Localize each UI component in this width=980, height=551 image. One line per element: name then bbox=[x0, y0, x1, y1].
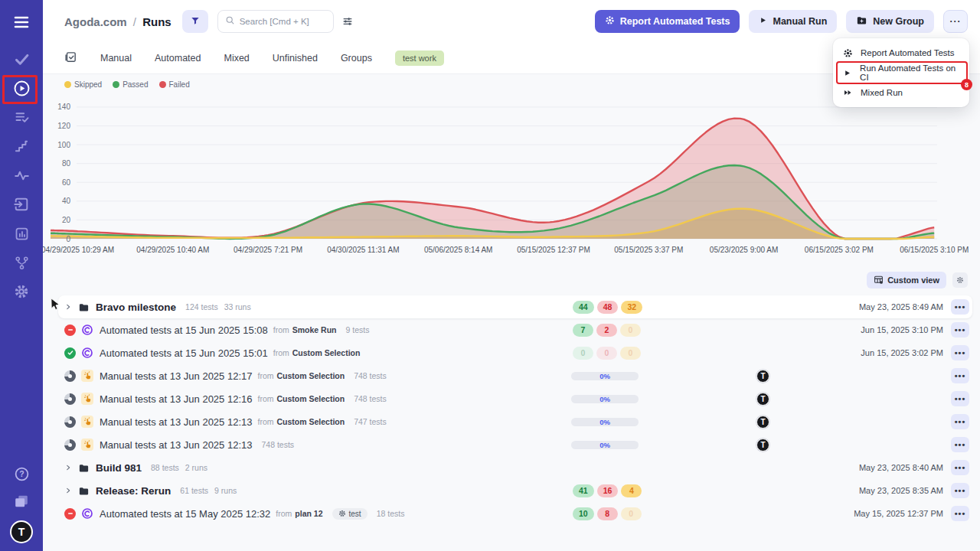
search-box[interactable] bbox=[217, 10, 334, 33]
legend-item-passed[interactable]: Passed bbox=[113, 80, 148, 89]
tab-automated[interactable]: Automated bbox=[155, 53, 201, 64]
run-row[interactable]: Automated tests at 15 Jun 2025 15:01from… bbox=[43, 341, 980, 364]
run-row[interactable]: Automated tests at 15 May 2025 12:32from… bbox=[43, 502, 980, 525]
sidebar-item-docs[interactable] bbox=[13, 493, 30, 513]
row-actions-button[interactable]: ••• bbox=[951, 345, 969, 360]
custom-view-button[interactable]: Custom view bbox=[867, 272, 946, 289]
row-actions-button[interactable]: ••• bbox=[951, 299, 969, 315]
menu-item-report-automated-tests[interactable]: Report Automated Tests bbox=[833, 43, 969, 63]
assignee-avatar[interactable]: T bbox=[756, 416, 769, 429]
sidebar-item-runs[interactable] bbox=[0, 75, 43, 104]
expand-chevron-icon[interactable] bbox=[64, 487, 72, 494]
breadcrumb-project[interactable]: Agoda.com bbox=[64, 15, 127, 28]
tab-manual[interactable]: Manual bbox=[100, 53, 132, 64]
row-actions-button[interactable]: ••• bbox=[951, 483, 969, 498]
tests-count: 124 tests bbox=[185, 302, 218, 311]
sidebar-item-import[interactable] bbox=[0, 191, 43, 220]
run-row[interactable]: Manual tests at 13 Jun 2025 12:13fromCus… bbox=[43, 410, 980, 433]
sliders-icon[interactable] bbox=[341, 15, 354, 28]
badge-failed: 16 bbox=[597, 484, 619, 497]
run-source: plan 12 bbox=[295, 509, 322, 518]
svg-text:?: ? bbox=[19, 469, 24, 478]
sidebar-item-plans[interactable] bbox=[0, 104, 43, 133]
from-label: from bbox=[273, 325, 289, 334]
tab-mixed[interactable]: Mixed bbox=[224, 53, 249, 64]
help-icon: ? bbox=[14, 466, 30, 485]
app-logo[interactable]: T bbox=[10, 520, 33, 543]
run-tag-badge[interactable]: test bbox=[332, 508, 368, 520]
manual-run-button[interactable]: Manual Run bbox=[749, 10, 837, 33]
filter-button[interactable] bbox=[182, 10, 208, 33]
tab-groups[interactable]: Groups bbox=[341, 53, 372, 64]
badge-passed: 10 bbox=[573, 507, 594, 520]
play-icon bbox=[759, 16, 767, 27]
branch-icon bbox=[14, 255, 30, 274]
expand-chevron-icon[interactable] bbox=[64, 464, 72, 471]
play-icon bbox=[842, 69, 852, 77]
x-axis-tick: 06/15/2025 3:10 PM bbox=[900, 246, 969, 254]
x-axis-tick: 05/15/2025 3:37 PM bbox=[614, 246, 683, 254]
x-axis-tick: 06/15/2025 3:02 PM bbox=[805, 246, 874, 254]
filter-tag-badge[interactable]: test work bbox=[395, 51, 444, 66]
row-actions-button[interactable]: ••• bbox=[951, 322, 969, 337]
group-row[interactable]: Release: Rerun61 tests9 runs41164May 23,… bbox=[43, 479, 980, 502]
status-in-progress-icon bbox=[64, 439, 76, 451]
row-actions-button[interactable]: ••• bbox=[951, 391, 969, 406]
sidebar-item-reports[interactable] bbox=[0, 220, 43, 249]
run-row[interactable]: Automated tests at 15 Jun 2025 15:08from… bbox=[43, 318, 980, 341]
view-settings-button[interactable] bbox=[952, 272, 968, 288]
run-row[interactable]: Manual tests at 13 Jun 2025 12:13748 tes… bbox=[43, 433, 980, 456]
row-actions-button[interactable]: ••• bbox=[951, 368, 969, 383]
assignee-avatar[interactable]: T bbox=[756, 439, 769, 452]
sidebar-item-branches[interactable] bbox=[0, 249, 43, 279]
menu-item-mixed-run[interactable]: Mixed Run bbox=[833, 83, 969, 103]
breadcrumb-page: Runs bbox=[142, 15, 172, 28]
robot-gear-icon bbox=[605, 15, 615, 28]
sidebar-item-milestones[interactable] bbox=[0, 133, 43, 162]
row-actions-button[interactable]: ••• bbox=[951, 506, 969, 521]
sidebar-item-settings[interactable] bbox=[0, 279, 43, 308]
run-row[interactable]: Manual tests at 13 Jun 2025 12:17fromCus… bbox=[43, 364, 980, 387]
row-actions-button[interactable]: ••• bbox=[951, 414, 969, 429]
more-actions-button[interactable]: ··· bbox=[943, 10, 968, 33]
run-row[interactable]: Manual tests at 13 Jun 2025 12:16fromCus… bbox=[43, 387, 980, 410]
select-runs-icon[interactable] bbox=[64, 51, 77, 67]
manual-run-icon bbox=[81, 393, 93, 405]
tests-count: 748 tests bbox=[261, 440, 294, 449]
group-row[interactable]: Bravo milestone124 tests33 runs444832May… bbox=[43, 295, 980, 318]
group-row[interactable]: Build 98188 tests2 runsMay 23, 2025 8:40… bbox=[43, 456, 980, 479]
sidebar-item-tests[interactable] bbox=[0, 46, 43, 75]
tests-count: 61 tests bbox=[180, 486, 208, 495]
from-label: from bbox=[257, 417, 273, 426]
runs-count: 9 runs bbox=[214, 486, 237, 495]
legend-item-skipped[interactable]: Skipped bbox=[64, 80, 102, 89]
badge-skipped: 0 bbox=[621, 507, 642, 520]
search-input[interactable] bbox=[240, 17, 326, 26]
run-date: May 23, 2025 8:40 AM bbox=[859, 463, 943, 472]
hamburger-menu-icon[interactable] bbox=[0, 11, 43, 34]
status-failed-icon bbox=[64, 508, 76, 520]
x-axis-tick: 05/06/2025 8:14 AM bbox=[424, 246, 493, 254]
status-passed-icon bbox=[64, 347, 76, 359]
y-axis-tick: 80 bbox=[43, 159, 70, 168]
fast-forward-icon bbox=[842, 88, 853, 97]
report-automated-tests-button[interactable]: Report Automated Tests bbox=[595, 10, 740, 33]
badge-failed: 48 bbox=[597, 301, 619, 314]
row-actions-button[interactable]: ••• bbox=[951, 460, 969, 475]
tests-count: 748 tests bbox=[354, 394, 387, 403]
sidebar-item-help[interactable]: ? bbox=[14, 466, 30, 485]
sidebar-item-pulse[interactable] bbox=[0, 162, 43, 191]
expand-chevron-icon[interactable] bbox=[64, 303, 72, 311]
badge-failed: 8 bbox=[597, 507, 618, 520]
menu-item-run-automated-tests-on-ci[interactable]: Run Automated Tests on CI8 bbox=[833, 63, 969, 83]
x-axis-tick: 05/23/2025 9:00 AM bbox=[710, 246, 779, 254]
row-actions-button[interactable]: ••• bbox=[951, 437, 969, 452]
tab-unfinished[interactable]: Unfinished bbox=[273, 53, 318, 64]
folder-icon bbox=[78, 302, 90, 313]
new-group-button[interactable]: New Group bbox=[846, 10, 934, 33]
assignee-avatar[interactable]: T bbox=[756, 393, 769, 406]
legend-item-failed[interactable]: Failed bbox=[159, 80, 190, 89]
y-axis-tick: 140 bbox=[43, 103, 70, 111]
run-name: Manual tests at 13 Jun 2025 12:17 bbox=[100, 370, 252, 382]
assignee-avatar[interactable]: T bbox=[756, 370, 769, 383]
